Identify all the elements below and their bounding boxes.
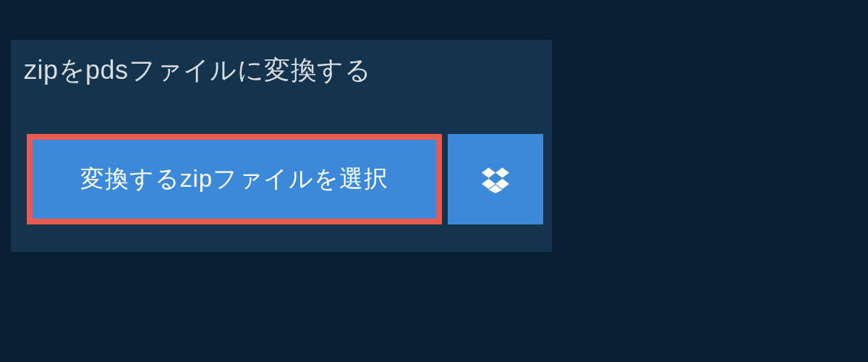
select-file-button[interactable]: 変換するzipファイルを選択 bbox=[27, 134, 442, 224]
dropbox-button[interactable] bbox=[448, 134, 543, 224]
conversion-panel: zipをpdsファイルに変換する 変換するzipファイルを選択 bbox=[11, 40, 552, 252]
dropbox-icon bbox=[482, 166, 509, 193]
button-row: 変換するzipファイルを選択 bbox=[27, 134, 543, 224]
select-file-label: 変換するzipファイルを選択 bbox=[80, 163, 388, 195]
page-title: zipをpdsファイルに変換する bbox=[24, 53, 371, 88]
